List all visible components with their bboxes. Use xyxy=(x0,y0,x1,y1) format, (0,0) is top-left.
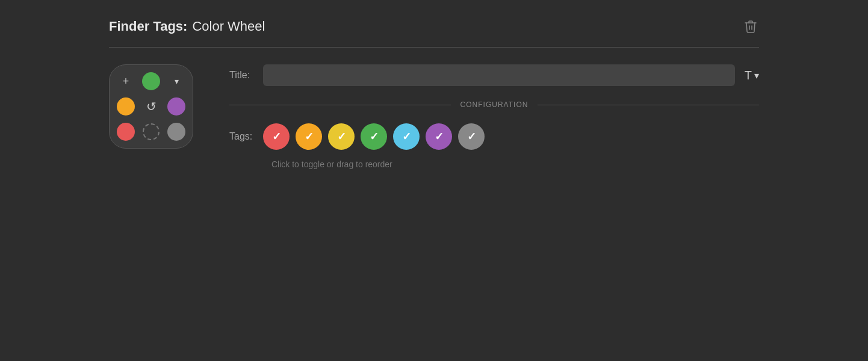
check-orange: ✓ xyxy=(305,130,314,143)
check-blue: ✓ xyxy=(402,130,411,143)
tag-orange[interactable]: ✓ xyxy=(296,123,322,150)
check-red: ✓ xyxy=(272,130,281,143)
finder-tags-label: Finder Tags: xyxy=(109,19,187,34)
icon-cell-refresh: ↺ xyxy=(140,96,162,117)
check-green: ✓ xyxy=(370,130,379,143)
dashed-dot xyxy=(143,123,160,140)
font-picker-button[interactable]: T ▾ xyxy=(745,69,759,82)
refresh-icon: ↺ xyxy=(146,99,157,114)
tag-red[interactable]: ✓ xyxy=(263,123,290,150)
purple-dot xyxy=(167,97,185,116)
red-dot xyxy=(117,123,135,141)
tag-gray[interactable]: ✓ xyxy=(458,123,485,150)
tag-yellow[interactable]: ✓ xyxy=(328,123,355,150)
hint-text: Click to toggle or drag to reorder xyxy=(271,159,759,169)
font-picker-chevron: ▾ xyxy=(754,70,759,81)
icon-cell-purple xyxy=(166,96,187,117)
font-t-icon: T xyxy=(745,69,752,82)
gray-dot xyxy=(167,123,185,141)
tags-list: ✓ ✓ ✓ ✓ ✓ ✓ xyxy=(263,123,485,150)
app-icon: + ▾ ↺ xyxy=(109,64,193,149)
config-line-right xyxy=(538,105,759,105)
icon-cell-orange xyxy=(115,96,137,117)
check-yellow: ✓ xyxy=(337,130,346,143)
tag-green[interactable]: ✓ xyxy=(361,123,387,150)
orange-dot xyxy=(117,97,135,116)
tag-blue[interactable]: ✓ xyxy=(393,123,420,150)
icon-cell-dashed xyxy=(140,121,162,143)
delete-button[interactable] xyxy=(742,18,759,35)
title-label: Title: xyxy=(229,70,253,81)
right-panel: Title: T ▾ CONFIGURATION Tags: ✓ xyxy=(229,64,759,169)
tags-label: Tags: xyxy=(229,131,253,142)
title-row: Title: T ▾ xyxy=(229,64,759,86)
header-divider xyxy=(109,47,759,48)
green-dot xyxy=(142,72,160,90)
icon-grid: + ▾ ↺ xyxy=(115,70,187,143)
check-purple: ✓ xyxy=(435,130,444,143)
title-input[interactable] xyxy=(263,64,735,86)
config-divider: CONFIGURATION xyxy=(229,100,759,109)
check-gray: ✓ xyxy=(467,130,476,143)
finder-tags-value: Color Wheel xyxy=(192,19,265,34)
icon-cell-green xyxy=(140,70,162,92)
header-title: Finder Tags: Color Wheel xyxy=(109,19,265,34)
icon-cell-plus: + xyxy=(115,70,137,92)
icon-cell-gray xyxy=(166,121,187,143)
tags-row: Tags: ✓ ✓ ✓ ✓ ✓ xyxy=(229,123,759,150)
icon-cell-red xyxy=(115,121,137,143)
chevron-icon: ▾ xyxy=(175,76,179,86)
plus-icon: + xyxy=(123,75,129,88)
config-section-label: CONFIGURATION xyxy=(460,100,529,109)
header-row: Finder Tags: Color Wheel xyxy=(109,18,759,35)
content-row: + ▾ ↺ xyxy=(109,64,759,169)
icon-cell-chevron: ▾ xyxy=(166,70,187,92)
config-line-left xyxy=(229,105,451,105)
tag-purple[interactable]: ✓ xyxy=(426,123,452,150)
